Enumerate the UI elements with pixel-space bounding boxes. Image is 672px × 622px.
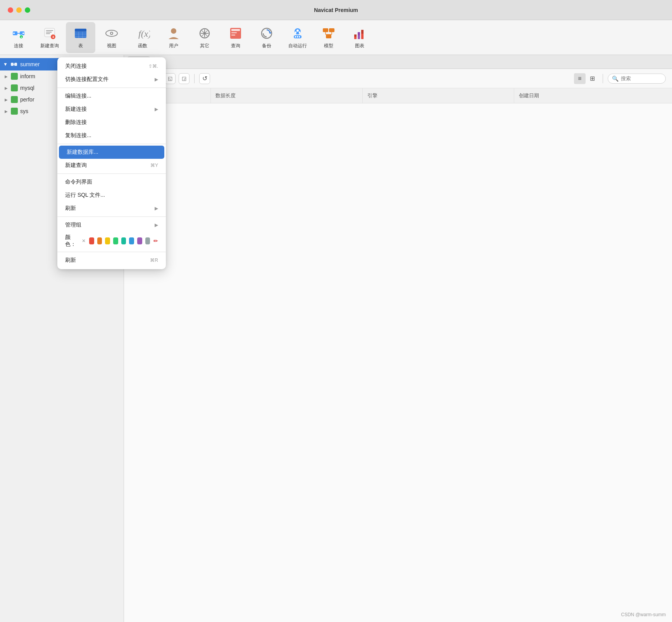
toolbar-query[interactable]: 查询	[221, 22, 250, 53]
connection-name: summer	[20, 61, 40, 67]
col-header-engine: 引擎	[363, 88, 515, 103]
edit-icon-2: ◲	[182, 76, 186, 81]
list-view-button[interactable]: ≡	[574, 73, 586, 84]
col-header-data-length: 数据长度	[211, 88, 363, 103]
svg-rect-42	[297, 36, 298, 38]
connect-icon: +	[11, 26, 26, 41]
grid-view-button[interactable]: ⊞	[586, 73, 598, 84]
menu-item-copy-conn[interactable]: 复制连接...	[57, 129, 166, 142]
table-header: 行 数据长度 引擎 创建日期	[124, 88, 672, 103]
expand-arrow-inform: ▶	[5, 74, 8, 79]
toolbar-other[interactable]: 其它	[190, 22, 219, 53]
toolbar-table-label: 表	[78, 43, 83, 49]
toolbar-divider-2	[194, 74, 195, 83]
sidebar-item-mysql-label: mysql	[20, 85, 34, 91]
menu-item-run-sql[interactable]: 运行 SQL 文件...	[57, 189, 166, 202]
svg-text:+: +	[52, 35, 55, 39]
menu-item-manage-group[interactable]: 管理组 ▶	[57, 218, 166, 232]
svg-rect-54	[354, 34, 357, 37]
menu-item-new-query[interactable]: 新建查询 ⌘Y	[57, 159, 166, 172]
color-swatch-purple[interactable]	[137, 237, 142, 244]
toolbar-backup[interactable]: 备份	[252, 22, 281, 53]
color-swatch-teal[interactable]	[121, 237, 126, 244]
menu-sep-2	[57, 144, 166, 144]
content-area: 对象 + − ◱ ◲ ↺ ≡	[124, 55, 672, 622]
edit-button-2[interactable]: ◲	[179, 73, 190, 84]
svg-rect-56	[361, 30, 364, 34]
svg-point-24	[171, 28, 176, 34]
svg-rect-43	[299, 36, 300, 38]
minimize-button[interactable]	[16, 7, 22, 13]
svg-rect-44	[323, 28, 328, 32]
close-button[interactable]	[8, 7, 13, 13]
menu-shortcut-new-query: ⌘Y	[150, 163, 158, 168]
chart-icon	[352, 26, 367, 41]
menu-item-new-conn[interactable]: 新建连接 ▶	[57, 103, 166, 116]
color-swatch-red[interactable]	[89, 237, 94, 244]
toolbar-auto-run[interactable]: 自动运行	[283, 22, 312, 53]
menu-item-cmd-line[interactable]: 命令列界面	[57, 175, 166, 189]
svg-text:f(x): f(x)	[138, 29, 150, 39]
window-controls[interactable]	[8, 7, 30, 13]
color-swatch-orange[interactable]	[97, 237, 102, 244]
new-query-icon: +	[42, 26, 57, 41]
color-swatch-gray[interactable]	[145, 237, 150, 244]
tab-bar: 对象	[124, 55, 672, 69]
toolbar-connect-label: 连接	[14, 43, 23, 49]
menu-sep-1	[57, 88, 166, 88]
menu-shortcut-close-conn: ⇧⌘.	[148, 64, 158, 69]
color-swatch-green[interactable]	[113, 237, 118, 244]
content-toolbar: + − ◱ ◲ ↺ ≡ ⊞	[124, 69, 672, 88]
toolbar-model-label: 模型	[324, 43, 333, 49]
toolbar-model[interactable]: 模型	[314, 22, 343, 53]
query-icon	[228, 26, 243, 41]
menu-label-refresh: 刷新	[65, 205, 76, 212]
function-icon: f(x)	[135, 26, 150, 41]
svg-rect-41	[295, 36, 296, 38]
toolbar-chart-label: 图表	[355, 43, 364, 49]
toolbar-query-label: 查询	[231, 43, 240, 49]
maximize-button[interactable]	[25, 7, 30, 13]
menu-item-refresh[interactable]: 刷新 ▶	[57, 202, 166, 215]
arrow-right-switch-config: ▶	[155, 77, 158, 82]
toolbar-user[interactable]: 用户	[159, 22, 188, 53]
svg-point-38	[295, 31, 296, 34]
menu-item-new-db[interactable]: 新建数据库...	[59, 146, 164, 159]
menu-label-run-sql: 运行 SQL 文件...	[65, 192, 105, 199]
menu-label-close-conn: 关闭连接	[65, 63, 87, 70]
user-icon	[166, 26, 181, 41]
menu-item-refresh2[interactable]: 刷新 ⌘R	[57, 254, 166, 267]
main-toolbar: + 连接 + 新建查询	[0, 20, 672, 55]
color-edit-button[interactable]: ✏	[153, 237, 158, 244]
menu-sep-5	[57, 252, 166, 252]
svg-rect-34	[231, 34, 235, 36]
svg-rect-33	[231, 32, 237, 33]
menu-item-close-conn[interactable]: 关闭连接 ⇧⌘.	[57, 60, 166, 73]
svg-point-4	[22, 33, 24, 34]
expand-arrow-perfor: ▶	[5, 98, 8, 102]
search-input[interactable]	[621, 76, 660, 81]
menu-item-switch-config[interactable]: 切换连接配置文件 ▶	[57, 73, 166, 86]
toolbar-table[interactable]: 表	[66, 22, 95, 53]
refresh-button[interactable]: ↺	[199, 73, 210, 84]
toolbar-chart[interactable]: 图表	[345, 22, 374, 53]
svg-point-22	[111, 33, 112, 34]
edit-button-1[interactable]: ◱	[165, 73, 176, 84]
toolbar-function[interactable]: f(x) 函数	[128, 22, 157, 53]
list-view-icon: ≡	[578, 75, 581, 82]
menu-item-delete-conn[interactable]: 删除连接	[57, 116, 166, 129]
toolbar-view[interactable]: 视图	[97, 22, 126, 53]
color-clear-button[interactable]: ✕	[81, 237, 86, 244]
toolbar-new-query[interactable]: + 新建查询	[35, 22, 64, 53]
color-swatch-blue[interactable]	[129, 237, 134, 244]
toolbar-connect[interactable]: + 连接	[4, 22, 33, 53]
svg-rect-46	[326, 34, 331, 38]
expand-arrow-mysql: ▶	[5, 86, 8, 90]
color-swatch-yellow[interactable]	[105, 237, 110, 244]
sidebar-item-perfor-label: perfor	[20, 96, 34, 103]
view-icon	[104, 26, 119, 41]
menu-item-edit-conn[interactable]: 编辑连接...	[57, 89, 166, 103]
db-icon-perfor	[11, 96, 18, 103]
menu-label-copy-conn: 复制连接...	[65, 132, 91, 139]
menu-label-edit-conn: 编辑连接...	[65, 93, 91, 100]
